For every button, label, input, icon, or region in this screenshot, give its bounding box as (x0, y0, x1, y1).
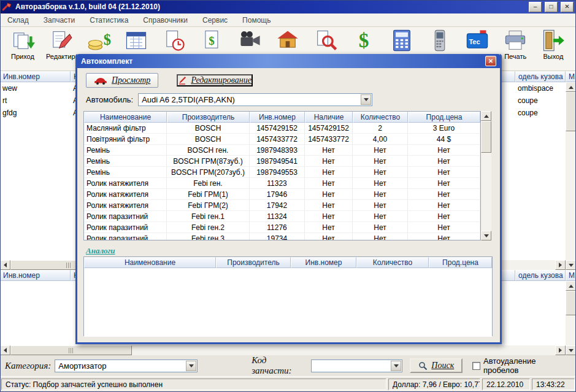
car-combobox[interactable]: Audi A6 2,5TDI(AFB,AKN) (138, 93, 372, 106)
menu-zapchasti[interactable]: Запчасти (44, 16, 75, 25)
scroll-down-button[interactable] (566, 345, 576, 355)
column-header-proizvoditel[interactable]: Производитель (167, 112, 250, 123)
car-label: Автомобиль: (86, 95, 133, 104)
parts-vertical-scrollbar[interactable] (481, 111, 491, 240)
bottom-grid-vertical-scrollbar[interactable] (566, 281, 576, 355)
search-button[interactable]: Поиск (410, 358, 463, 373)
menu-spravochniki[interactable]: Справочники (143, 16, 188, 25)
table-cell: 17946 (250, 189, 305, 200)
table-row[interactable]: РеміньBOSCH ген.1987948393НетНетНет (84, 145, 480, 156)
menu-sklad[interactable]: Склад (7, 16, 29, 25)
scroll-up-button[interactable] (566, 82, 576, 92)
category-combobox[interactable]: Амортизатор (55, 359, 198, 372)
svg-text:$: $ (103, 31, 110, 48)
scroll-right-button[interactable] (555, 260, 566, 270)
analogs-table-header: Наименование Производитель Инв.номер Кол… (84, 257, 492, 268)
column-header-inv-nomer[interactable]: Инв.номер (0, 270, 71, 281)
bottom-grid-horizontal-scrollbar[interactable] (0, 345, 566, 355)
table-cell: 1457433772 (250, 134, 305, 145)
table-cell: BOSCH (167, 134, 250, 145)
table-row[interactable]: Ролик паразитнийFebi ген.211276НетНетНет (84, 222, 480, 233)
table-row[interactable]: РеміньBOSCH ГРМ(87зуб.)1987949541НетНетН… (84, 156, 480, 167)
tab-label: Редактирование (191, 75, 252, 85)
column-header-m[interactable]: М (566, 71, 576, 82)
maximize-button[interactable]: □ (545, 2, 558, 12)
scrollbar-thumb[interactable] (10, 345, 132, 355)
scrollbar-track[interactable] (566, 92, 576, 260)
column-header-kolichestvo[interactable]: Количество (353, 112, 408, 123)
table-row[interactable]: Повітряний фільтрBOSCH145743377214574337… (84, 134, 480, 145)
column-header-nalichie[interactable]: Наличие (305, 112, 353, 123)
toolbar-exit-button[interactable]: Выход (536, 28, 571, 71)
tab-redaktirovanie[interactable]: Редактирование (177, 74, 253, 86)
menu-servis[interactable]: Сервис (202, 16, 228, 25)
dropdown-button[interactable] (186, 361, 196, 371)
toolbar-redaktirovanie-button[interactable]: Редактир (43, 28, 79, 71)
column-header-inv-nomer[interactable]: Инв.номер (291, 257, 356, 268)
column-header-model-kuzova[interactable]: одель кузова (515, 270, 566, 281)
scrollbar-track[interactable] (10, 345, 555, 355)
minimize-button[interactable]: – (529, 2, 542, 12)
autoremove-spaces-checkbox[interactable] (472, 362, 480, 370)
dialog-close-button[interactable]: ✕ (485, 56, 496, 66)
scrollbar-thumb[interactable] (566, 92, 576, 131)
column-header-naimenovanie[interactable]: Наименование (84, 257, 216, 268)
table-cell: Нет (305, 156, 353, 167)
parts-table-header: Наименование Производитель Инв.номер Нал… (84, 112, 480, 123)
table-cell: Нет (408, 145, 480, 156)
column-header-naimenovanie[interactable]: Наименование (84, 112, 167, 123)
dropdown-button[interactable] (391, 361, 401, 371)
analogs-table-body (84, 268, 492, 337)
search-document-icon (313, 28, 338, 53)
column-header-inv-nomer[interactable]: Инв.номер (250, 112, 305, 123)
scroll-left-button[interactable] (0, 345, 10, 355)
table-row[interactable]: Ролик натяжителяFebi ГРМ(2)17942НетНетНе… (84, 200, 480, 211)
close-button[interactable]: ✕ (561, 2, 574, 12)
table-row[interactable]: Ролик натяжителяFebi ген.11323НетНетНет (84, 178, 480, 189)
column-header-model-kuzova[interactable]: одель кузова (515, 71, 566, 82)
chevron-down-icon (394, 364, 399, 370)
table-cell: 3 Euro (408, 123, 480, 134)
scroll-down-button[interactable] (566, 260, 576, 270)
calendar-icon (124, 28, 148, 53)
table-cell: Ролик натяжителя (84, 178, 167, 189)
table-row[interactable]: РеміньBOSCH ГРМ(207зуб.)1987949553НетНет… (84, 167, 480, 178)
menu-pomosch[interactable]: Помощь (242, 16, 271, 25)
scroll-up-button[interactable] (481, 111, 491, 121)
column-header-proizvoditel[interactable]: Производитель (216, 257, 291, 268)
scroll-up-button[interactable] (566, 281, 576, 291)
scrollbar-track[interactable] (566, 291, 576, 345)
table-row[interactable]: Ролик паразитнийFebi ген.111324НетНетНет (84, 211, 480, 222)
tab-prosmotr[interactable]: Просмотр (86, 73, 158, 88)
table-row[interactable]: Ролик натяжителяFebi ГРМ(1)17946НетНетНе… (84, 189, 480, 200)
column-header-prod-cena[interactable]: Прод.цена (408, 112, 480, 123)
table-cell: Нет (353, 167, 408, 178)
autokomplekt-dialog: Автокомплект ✕ Просмотр Редактирование А… (75, 54, 502, 344)
part-code-combobox[interactable] (311, 359, 402, 372)
table-cell: Нет (408, 211, 480, 222)
autoremove-spaces-label: Автоудаление пробелов (483, 356, 571, 375)
scrollbar-thumb[interactable] (481, 121, 491, 153)
top-grid-vertical-scrollbar[interactable] (566, 82, 576, 270)
toolbar-label: Выход (543, 53, 563, 60)
scroll-down-button[interactable] (481, 231, 491, 240)
svg-text:$: $ (359, 29, 369, 52)
scroll-right-button[interactable] (555, 345, 566, 355)
column-header-kolichestvo[interactable]: Количество (356, 257, 429, 268)
table-cell: Нет (305, 211, 353, 222)
scrollbar-thumb[interactable] (566, 291, 576, 315)
arrow-down-icon (569, 264, 574, 269)
dropdown-button[interactable] (361, 94, 371, 105)
column-header-inv-nomer[interactable]: Инв.номер (0, 71, 71, 82)
column-header-prod-cena[interactable]: Прод.цена (429, 257, 492, 268)
toolbar-prihod-button[interactable]: Приход (5, 28, 40, 71)
table-row[interactable]: Масляний фільтрBOSCH14574291521457429152… (84, 123, 480, 134)
scroll-left-button[interactable] (0, 260, 10, 270)
column-header-m[interactable]: М (566, 270, 576, 281)
menu-statistika[interactable]: Статистика (90, 16, 128, 25)
table-row[interactable]: Ролик паразитнийFebi ген.319734НетНетНет (84, 233, 480, 240)
arrow-up-icon (484, 112, 489, 118)
scrollbar-track[interactable] (481, 121, 491, 231)
toolbar-print-button[interactable]: Печать (497, 28, 533, 71)
table-cell: 11323 (250, 178, 305, 189)
